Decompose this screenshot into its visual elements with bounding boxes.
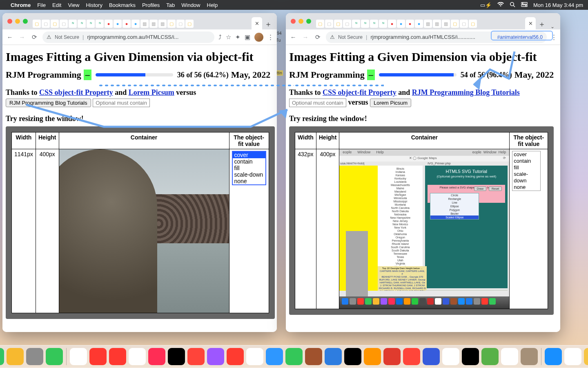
zoom-window-button[interactable] [23, 19, 28, 24]
dock-app-icon[interactable] [545, 348, 562, 365]
kebab-menu-icon[interactable]: ⋮ [267, 34, 274, 41]
dock-app-icon[interactable] [462, 348, 479, 365]
dock-app-icon[interactable] [501, 348, 518, 365]
kebab-menu-icon[interactable]: ⋮ [551, 34, 557, 41]
pinned-tab[interactable]: ▢ [51, 20, 59, 28]
active-tab-close[interactable]: ✕ [525, 17, 536, 29]
pinned-tab[interactable]: ᴺ [69, 20, 77, 28]
pinned-tab[interactable]: ▢ [316, 20, 324, 28]
dock-app-icon[interactable] [403, 348, 420, 365]
dock-app-icon[interactable] [521, 348, 538, 365]
menu-window[interactable]: Window [181, 2, 200, 8]
pinned-tab[interactable]: ▢ [176, 20, 185, 28]
pinned-tab[interactable]: ▥ [433, 20, 441, 28]
menu-app[interactable]: Chrome [11, 2, 31, 8]
select-option[interactable]: cover [512, 151, 540, 158]
back-button[interactable]: ← [289, 34, 297, 40]
link-lorem-picsum[interactable]: Lorem Picsum [129, 88, 174, 96]
pinned-tab[interactable]: ᴺ [78, 20, 86, 28]
menu-help[interactable]: Help [207, 2, 218, 8]
pinned-tab[interactable]: ● [122, 20, 131, 28]
dock-app-icon[interactable] [0, 348, 4, 365]
pinned-tab[interactable]: ● [114, 20, 122, 28]
reload-button[interactable]: ⟳ [30, 34, 38, 41]
pinned-tab[interactable]: ᴺ [87, 20, 95, 28]
zoom-window-button[interactable] [306, 19, 311, 24]
extensions-icon[interactable]: ✦ [235, 34, 241, 41]
pinned-tab[interactable]: ▥ [158, 20, 167, 28]
dock-app-icon[interactable] [46, 348, 63, 365]
select-option[interactable]: fill [512, 164, 540, 171]
pinned-tab[interactable]: ▢ [167, 20, 176, 28]
dock-app-icon[interactable] [89, 348, 107, 365]
forward-button[interactable]: → [18, 34, 26, 40]
dock-app-icon[interactable] [207, 348, 224, 365]
pinned-tab[interactable]: ● [415, 20, 423, 28]
pinned-tab[interactable]: ● [105, 20, 113, 28]
dock-app-icon[interactable] [564, 348, 581, 365]
dock-app-icon[interactable] [364, 348, 381, 365]
menu-tab[interactable]: Tab [166, 2, 175, 8]
menubar-clock[interactable]: Mon 16 May 3:44 pm [533, 2, 583, 8]
dock-app-icon[interactable] [481, 348, 499, 365]
control-center-icon[interactable] [521, 2, 528, 8]
select-option[interactable]: contain [233, 158, 265, 165]
lorem-picsum-button[interactable]: Lorem Picsum [370, 99, 411, 107]
pinned-tab[interactable]: ▢ [343, 20, 351, 28]
battery-icon[interactable]: ▭⚡ [480, 2, 492, 8]
select-option[interactable]: cover [233, 152, 265, 158]
close-window-button[interactable] [7, 19, 12, 24]
bookmark-star-icon[interactable]: ☆ [226, 34, 231, 41]
active-tab-close[interactable]: ✕ [252, 17, 262, 29]
new-tab-button[interactable]: ＋ [263, 19, 274, 29]
select-option[interactable]: contain [512, 158, 540, 164]
link-css-object-fit[interactable]: CSS object-fit Property [39, 88, 113, 96]
sidepanel-icon[interactable]: ▣ [245, 34, 250, 41]
profile-avatar[interactable] [254, 33, 263, 42]
pinned-tab[interactable]: ᴺ [370, 20, 378, 28]
wifi-icon[interactable] [497, 2, 504, 8]
dock-app-icon[interactable] [305, 348, 322, 365]
link-css-object-fit[interactable]: CSS object-fit Property [323, 88, 396, 96]
address-bar[interactable]: ⚠ Not Secure | rjmprogramming.com.au/HTM… [42, 31, 214, 43]
blog-tutorials-button[interactable]: RJM Programming Blog Tutorials [6, 99, 91, 107]
select-option[interactable]: scale-down [512, 171, 540, 184]
share-icon[interactable]: ⤴ [218, 34, 222, 40]
filter-input[interactable]: Optional must contain [93, 99, 150, 107]
dock-app-icon[interactable] [423, 348, 440, 365]
pinned-tab[interactable]: ▥ [140, 20, 149, 28]
dock-app-icon[interactable] [148, 348, 165, 365]
back-button[interactable]: ← [6, 34, 14, 40]
new-tab-button[interactable]: ＋ [537, 19, 547, 29]
dock-app-icon[interactable] [246, 348, 263, 365]
pinned-tab[interactable]: ● [131, 20, 140, 28]
pinned-tab[interactable]: ᴺ [361, 20, 369, 28]
link-blog-tutorials[interactable]: RJM Programming Blog Tutorials [412, 88, 520, 96]
pinned-tab[interactable]: ● [388, 20, 396, 28]
minimize-window-button[interactable] [298, 19, 303, 24]
reload-button[interactable]: ⟳ [314, 34, 322, 41]
select-option[interactable]: none [512, 184, 540, 191]
pinned-tab[interactable]: ▢ [60, 20, 68, 28]
spotlight-icon[interactable] [510, 2, 515, 9]
pinned-tab[interactable]: ▢ [42, 20, 50, 28]
pinned-tab[interactable]: ᴺ [352, 20, 360, 28]
menu-view[interactable]: View [68, 2, 79, 8]
pinned-tab[interactable]: ᴺ [379, 20, 387, 28]
menu-profiles[interactable]: Profiles [142, 2, 160, 8]
pinned-tab[interactable]: ● [406, 20, 414, 28]
dock-app-icon[interactable] [129, 348, 146, 365]
select-option[interactable]: fill [233, 165, 265, 171]
menu-edit[interactable]: Edit [52, 2, 61, 8]
dock-app-icon[interactable] [187, 348, 205, 365]
pinned-tab[interactable]: ● [397, 20, 405, 28]
dock-app-icon[interactable] [70, 348, 87, 365]
filter-input[interactable]: Optional must contain [289, 99, 346, 107]
forward-button[interactable]: → [301, 34, 310, 40]
pinned-tab[interactable]: ▢ [460, 20, 468, 28]
minimize-window-button[interactable] [15, 19, 20, 24]
pinned-tab[interactable]: ▢ [334, 20, 342, 28]
pinned-tab[interactable]: ▢ [451, 20, 459, 28]
dock-app-icon[interactable] [285, 348, 303, 365]
pinned-tab[interactable]: ▢ [325, 20, 333, 28]
